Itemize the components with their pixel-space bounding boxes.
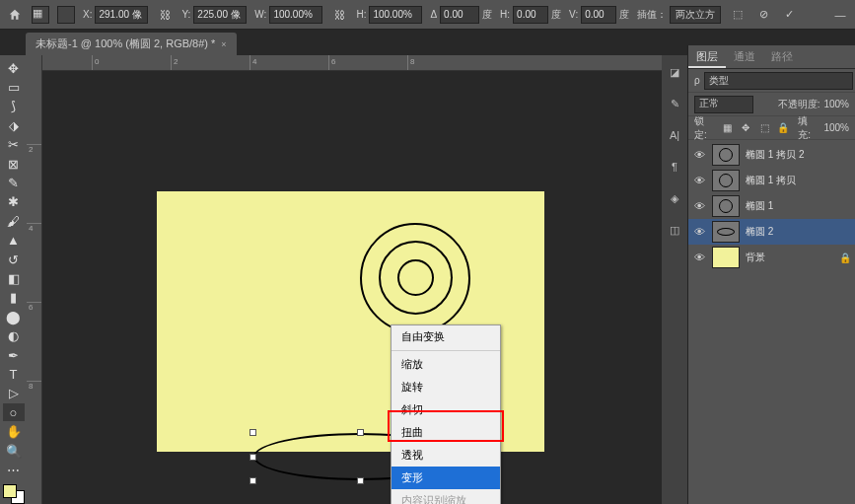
angle-input[interactable]: [440, 6, 479, 24]
quick-select-tool[interactable]: ⬗: [3, 116, 25, 134]
ctx-content-aware: 内容识别缩放: [392, 489, 500, 504]
link-xy-icon[interactable]: ⛓: [156, 6, 174, 24]
ctx-skew[interactable]: 斜切: [392, 398, 500, 421]
fill-value[interactable]: 100%: [823, 122, 849, 133]
handle-ml[interactable]: [249, 454, 256, 461]
canvas-area: 2 4 6 8 0 2 4 6 8: [27, 55, 662, 504]
hand-tool[interactable]: ✋: [3, 422, 25, 440]
move-tool[interactable]: ✥: [3, 59, 25, 77]
lock-pixel-icon[interactable]: ▦: [720, 120, 735, 135]
handle-bc[interactable]: [357, 477, 364, 484]
lock-art-icon[interactable]: ⬚: [757, 120, 772, 135]
history-brush-tool[interactable]: ↺: [3, 251, 25, 268]
link-wh-icon[interactable]: ⛓: [330, 6, 348, 24]
cancel-icon[interactable]: ⊘: [754, 6, 772, 24]
tab-channels[interactable]: 通道: [726, 45, 763, 68]
more-tools[interactable]: ⋯: [3, 461, 25, 478]
visibility-icon[interactable]: 👁: [692, 200, 706, 212]
layers-panel: 图层 通道 路径 ρ ▣ ◐ T ▭ ◫ 正常 不透明度: 100% 锁定: ▦…: [687, 45, 855, 504]
angle-label: Δ: [430, 9, 437, 20]
layer-row[interactable]: 👁椭圆 1: [688, 193, 855, 219]
ellipse-inner[interactable]: [397, 259, 434, 296]
type-tool[interactable]: T: [3, 365, 25, 383]
ctx-rotate[interactable]: 旋转: [392, 376, 500, 398]
lock-all-icon[interactable]: 🔒: [775, 120, 790, 135]
eyedropper-tool[interactable]: ✎: [3, 174, 25, 191]
blend-mode[interactable]: 正常: [694, 96, 753, 113]
gradient-tool[interactable]: ▮: [3, 289, 25, 307]
h-label: H:: [356, 9, 366, 20]
ctx-free-transform[interactable]: 自由变换: [392, 325, 500, 348]
layer-thumb[interactable]: [712, 144, 740, 166]
tab-layers[interactable]: 图层: [688, 45, 726, 68]
para-panel-icon[interactable]: ¶: [666, 158, 683, 176]
close-tab-icon[interactable]: ×: [221, 39, 226, 49]
layer-row-selected[interactable]: 👁椭圆 2: [688, 219, 855, 245]
stamp-tool[interactable]: ▲: [3, 232, 25, 250]
eraser-tool[interactable]: ◧: [3, 269, 25, 287]
lock-pos-icon[interactable]: ✥: [739, 120, 753, 135]
ruler-horizontal: 0 2 4 6 8: [42, 55, 662, 71]
w-input[interactable]: [269, 6, 322, 24]
reference-point[interactable]: [57, 6, 75, 24]
commit-icon[interactable]: ✓: [780, 6, 798, 24]
lock-label: 锁定:: [694, 114, 716, 142]
skewv-input[interactable]: [581, 6, 616, 24]
prop-panel-icon[interactable]: ◫: [666, 221, 683, 239]
handle-bl[interactable]: [249, 477, 256, 484]
lib-panel-icon[interactable]: ◈: [666, 189, 683, 207]
layer-filter[interactable]: [704, 72, 853, 90]
layer-thumb[interactable]: [712, 247, 740, 268]
skewh-input[interactable]: [513, 6, 548, 24]
color-swatches[interactable]: [3, 484, 25, 504]
ctx-perspective[interactable]: 透视: [392, 444, 500, 467]
home-icon[interactable]: [6, 6, 24, 24]
transform-icon[interactable]: ▦: [32, 6, 49, 24]
crop-tool[interactable]: ✂: [3, 136, 25, 154]
visibility-icon[interactable]: 👁: [692, 175, 706, 186]
zoom-tool[interactable]: 🔍: [3, 442, 25, 460]
x-input[interactable]: [95, 6, 148, 24]
heal-tool[interactable]: ✱: [3, 193, 25, 211]
visibility-icon[interactable]: 👁: [692, 149, 706, 161]
minimize-icon[interactable]: —: [831, 6, 849, 24]
ctx-distort[interactable]: 扭曲: [392, 421, 500, 444]
layer-row[interactable]: 👁椭圆 1 拷贝: [688, 168, 855, 193]
h-input[interactable]: [369, 6, 422, 24]
shape-tool[interactable]: ○: [3, 403, 25, 421]
blur-tool[interactable]: ⬤: [3, 308, 25, 325]
dodge-tool[interactable]: ◐: [3, 326, 25, 344]
pen-tool[interactable]: ✒: [3, 346, 25, 364]
visibility-icon[interactable]: 👁: [692, 226, 706, 238]
opacity-label: 不透明度:: [778, 98, 820, 111]
tab-paths[interactable]: 路径: [763, 45, 801, 68]
canvas[interactable]: [42, 71, 662, 504]
document-tab[interactable]: 未标题-1 @ 100% (椭圆 2, RGB/8#) *×: [26, 33, 237, 55]
history-panel-icon[interactable]: ◪: [666, 63, 683, 81]
layer-thumb[interactable]: [712, 195, 740, 217]
brush-tool[interactable]: 🖌: [3, 212, 25, 230]
warp-mode-icon[interactable]: ⬚: [729, 6, 747, 24]
frame-tool[interactable]: ⊠: [3, 155, 25, 173]
brush-panel-icon[interactable]: ✎: [666, 95, 683, 112]
y-input[interactable]: [193, 6, 247, 24]
marquee-tool[interactable]: ▭: [3, 78, 25, 96]
interp-select[interactable]: 两次立方: [670, 6, 721, 24]
path-select-tool[interactable]: ▷: [3, 385, 25, 402]
lasso-tool[interactable]: ⟆: [3, 98, 25, 115]
layer-row[interactable]: 👁椭圆 1 拷贝 2: [688, 142, 855, 168]
opacity-value[interactable]: 100%: [823, 99, 849, 109]
interp-label: 插值：: [637, 8, 667, 22]
visibility-icon[interactable]: 👁: [692, 252, 706, 263]
layer-thumb[interactable]: [712, 170, 740, 191]
ruler-vertical: 2 4 6 8: [27, 55, 42, 504]
layer-row[interactable]: 👁背景🔒: [688, 245, 855, 270]
handle-tc[interactable]: [357, 429, 364, 436]
toolbox: ✥ ▭ ⟆ ⬗ ✂ ⊠ ✎ ✱ 🖌 ▲ ↺ ◧ ▮ ⬤ ◐ ✒ T ▷ ○ ✋ …: [0, 55, 27, 504]
ctx-warp[interactable]: 变形: [392, 467, 500, 489]
layer-thumb[interactable]: [712, 221, 740, 243]
handle-tl[interactable]: [249, 429, 256, 436]
char-panel-icon[interactable]: A|: [666, 126, 683, 144]
document-tab-title: 未标题-1 @ 100% (椭圆 2, RGB/8#) *: [36, 36, 215, 51]
ctx-scale[interactable]: 缩放: [392, 353, 500, 376]
